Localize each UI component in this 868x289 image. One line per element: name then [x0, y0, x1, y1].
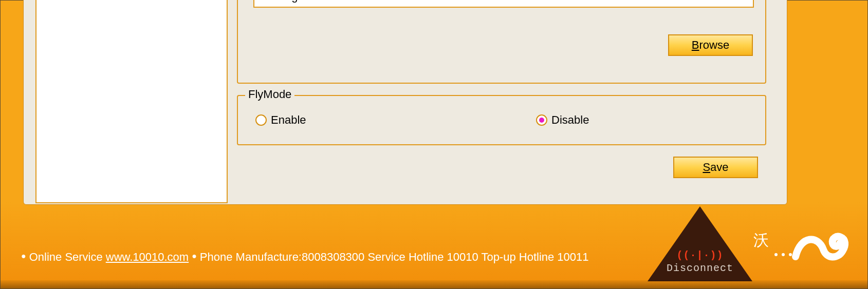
bullet-icon: ●: [21, 252, 26, 261]
flymode-enable-radio[interactable]: Enable: [255, 113, 306, 127]
signal-icon: ((·|·)): [676, 249, 723, 261]
bullet-icon: ●: [192, 252, 197, 261]
flymode-disable-radio[interactable]: Disable: [536, 113, 589, 127]
connection-status-label: Disconnect: [667, 262, 733, 274]
flymode-legend: FlyMode: [245, 88, 294, 101]
connection-button[interactable]: ((·|·)) Disconnect: [654, 249, 746, 274]
footer-rest: Phone Manufacture:8008308300 Service Hot…: [200, 251, 589, 264]
radio-selected-dot: [539, 118, 544, 123]
radio-icon: [255, 114, 267, 126]
browse-label-rest: rowse: [699, 38, 730, 51]
app-window: Browse FlyMode Enable Disable Save ● Onl…: [0, 0, 868, 289]
online-service-label: Online Service: [29, 251, 103, 264]
save-label-rest: ave: [710, 161, 728, 174]
browse-mnemonic: B: [692, 38, 699, 51]
svg-text:沃: 沃: [753, 232, 769, 248]
userdata-path-input[interactable]: [253, 0, 754, 8]
svg-point-2: [782, 253, 785, 256]
online-service-link[interactable]: www.10010.com: [106, 251, 189, 264]
save-mnemonic: S: [703, 161, 710, 174]
flymode-group: FlyMode Enable Disable: [237, 95, 766, 145]
flymode-disable-label: Disable: [551, 113, 589, 127]
side-panel: [35, 0, 228, 203]
browse-button[interactable]: Browse: [668, 34, 753, 56]
bottom-shadow: [1, 280, 867, 288]
settings-area: Browse FlyMode Enable Disable Save: [237, 0, 777, 201]
svg-point-3: [789, 253, 792, 256]
radio-icon: [536, 114, 547, 126]
wo-logo: 沃: [751, 226, 849, 267]
svg-point-1: [774, 253, 778, 256]
userdata-path-group: Browse: [237, 0, 766, 84]
flymode-enable-label: Enable: [271, 113, 306, 127]
save-button[interactable]: Save: [673, 157, 758, 178]
